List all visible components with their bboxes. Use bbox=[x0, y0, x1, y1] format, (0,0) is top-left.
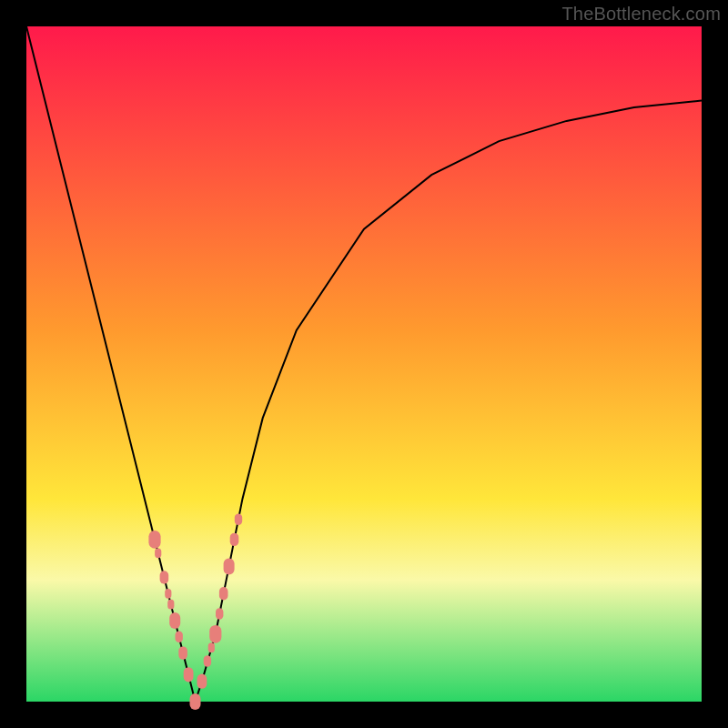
curve-layer bbox=[26, 26, 702, 702]
marker-point bbox=[176, 632, 183, 643]
plot-area bbox=[26, 26, 702, 702]
watermark-text: TheBottleneck.com bbox=[561, 4, 721, 25]
marker-group bbox=[148, 513, 242, 710]
marker-point bbox=[160, 571, 169, 583]
marker-point bbox=[184, 667, 194, 682]
marker-point bbox=[235, 513, 242, 525]
marker-point bbox=[190, 693, 201, 710]
marker-point bbox=[197, 674, 207, 689]
marker-point bbox=[148, 531, 160, 549]
marker-point bbox=[208, 642, 215, 652]
marker-point bbox=[204, 655, 211, 667]
marker-point bbox=[155, 548, 161, 558]
marker-point bbox=[165, 589, 171, 599]
marker-point bbox=[219, 587, 228, 600]
bottleneck-curve bbox=[26, 26, 702, 702]
marker-point bbox=[178, 646, 187, 659]
chart-frame: TheBottleneck.com bbox=[0, 0, 728, 728]
marker-point bbox=[216, 608, 223, 620]
marker-point bbox=[169, 612, 180, 629]
marker-point bbox=[230, 533, 239, 546]
marker-point bbox=[224, 559, 235, 575]
marker-point bbox=[209, 625, 221, 643]
marker-point bbox=[167, 600, 174, 610]
